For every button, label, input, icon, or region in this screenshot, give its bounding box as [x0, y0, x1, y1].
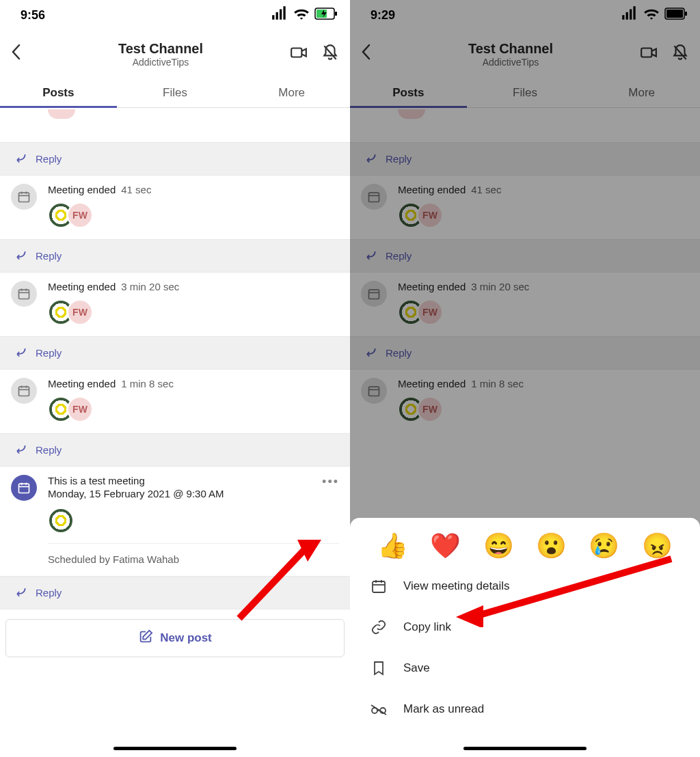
svg-rect-42 — [373, 581, 385, 592]
svg-rect-13 — [19, 290, 29, 299]
meeting-title: This is a test meeting — [48, 475, 224, 486]
reply-icon — [14, 585, 27, 601]
reply-icon — [14, 248, 27, 264]
reaction-sad[interactable]: 😢 — [589, 532, 619, 560]
save-item[interactable]: Save — [350, 648, 700, 689]
svg-rect-2 — [280, 9, 282, 19]
status-time: 9:56 — [21, 8, 45, 23]
meeting-ended-post[interactable]: Meeting ended 3 min 20 sec FW — [0, 281, 350, 336]
avatar-initials: FW — [67, 202, 93, 228]
post-duration: 41 sec — [121, 184, 151, 195]
header-title-block: Test Channel AddictiveTips — [31, 41, 290, 68]
home-indicator — [463, 747, 587, 750]
avatar — [48, 508, 74, 534]
menu-item-label: Copy link — [403, 620, 451, 634]
reply-button[interactable]: Reply — [0, 239, 350, 273]
scheduled-meeting-post[interactable]: This is a test meeting Monday, 15 Februa… — [0, 475, 350, 576]
post-text: Meeting ended — [48, 184, 116, 195]
meeting-date: Monday, 15 February 2021 @ 9:30 AM — [48, 488, 224, 499]
post-duration: 1 min 8 sec — [121, 378, 174, 389]
reaction-surprised[interactable]: 😮 — [536, 532, 567, 560]
partial-avatar — [48, 109, 75, 119]
post-duration: 3 min 20 sec — [121, 281, 179, 292]
back-button[interactable] — [11, 44, 31, 65]
svg-rect-1 — [276, 12, 278, 19]
new-post-label: New post — [160, 631, 212, 645]
new-post-button[interactable]: New post — [5, 619, 345, 657]
status-bar: 9:56 — [0, 0, 350, 30]
channel-header: Test Channel AddictiveTips — [0, 30, 350, 78]
meeting-ended-post[interactable]: Meeting ended 41 sec FW — [0, 184, 350, 239]
calendar-icon — [369, 578, 388, 594]
svg-rect-5 — [335, 12, 337, 16]
reply-icon — [14, 345, 27, 361]
post-text: Meeting ended — [48, 378, 116, 389]
svg-rect-0 — [272, 15, 274, 19]
reply-icon — [14, 442, 27, 458]
scheduled-by-label: Scheduled by Fatima Wahab — [48, 543, 339, 565]
left-screenshot: 9:56 Test Channel AddictiveTips — [0, 0, 350, 757]
glasses-icon — [369, 701, 388, 717]
reaction-heart[interactable]: ❤️ — [430, 532, 461, 560]
reply-label: Reply — [36, 250, 62, 262]
status-right — [271, 5, 338, 26]
view-meeting-details-item[interactable]: View meeting details — [350, 566, 700, 607]
tab-posts[interactable]: Posts — [0, 78, 117, 107]
reply-label: Reply — [36, 444, 62, 456]
more-options-button[interactable]: ••• — [322, 475, 339, 499]
reaction-thumbs-up[interactable]: 👍 — [377, 532, 408, 560]
menu-item-label: Mark as unread — [403, 702, 484, 716]
reply-icon — [14, 151, 27, 167]
reply-label: Reply — [36, 153, 62, 165]
avatar-initials: FW — [67, 299, 93, 325]
tab-bar: Posts Files More — [0, 78, 350, 108]
action-sheet: 👍 ❤️ 😄 😮 😢 😠 View meeting details Copy l… — [350, 518, 700, 757]
reaction-laugh[interactable]: 😄 — [483, 532, 514, 560]
reactions-row: 👍 ❤️ 😄 😮 😢 😠 — [350, 532, 700, 566]
bookmark-icon — [369, 660, 388, 676]
svg-rect-21 — [19, 484, 29, 493]
reaction-angry[interactable]: 😠 — [642, 532, 673, 560]
avatar-initials: FW — [67, 396, 93, 422]
reply-label: Reply — [36, 587, 62, 598]
reply-label: Reply — [36, 347, 62, 359]
right-screenshot: 9:29 Test Channel AddictiveTips — [350, 0, 700, 757]
tab-more[interactable]: More — [233, 78, 350, 107]
video-call-button[interactable] — [290, 44, 308, 64]
compose-icon — [138, 629, 153, 648]
menu-item-label: Save — [403, 661, 430, 675]
signal-icon — [271, 5, 288, 26]
svg-rect-3 — [283, 6, 285, 20]
meeting-ended-post[interactable]: Meeting ended 1 min 8 sec FW — [0, 378, 350, 433]
reply-button[interactable]: Reply — [0, 576, 350, 609]
tab-files[interactable]: Files — [117, 78, 234, 107]
copy-link-item[interactable]: Copy link — [350, 607, 700, 648]
svg-rect-7 — [291, 49, 301, 57]
link-icon — [369, 619, 388, 635]
channel-subtitle: AddictiveTips — [31, 57, 290, 68]
svg-rect-17 — [19, 387, 29, 396]
mute-button[interactable] — [321, 44, 339, 64]
post-text: Meeting ended — [48, 281, 116, 292]
calendar-icon — [11, 281, 37, 307]
menu-item-label: View meeting details — [403, 579, 510, 593]
svg-rect-9 — [19, 193, 29, 202]
posts-feed[interactable]: Reply Meeting ended 41 sec FW Reply — [0, 108, 350, 737]
wifi-icon — [293, 5, 310, 26]
calendar-icon — [11, 475, 37, 501]
calendar-icon — [11, 184, 37, 210]
channel-title: Test Channel — [31, 41, 290, 57]
calendar-icon — [11, 378, 37, 404]
reply-button[interactable]: Reply — [0, 142, 350, 176]
mark-unread-item[interactable]: Mark as unread — [350, 689, 700, 730]
reply-button[interactable]: Reply — [0, 336, 350, 370]
reply-button[interactable]: Reply — [0, 433, 350, 467]
home-indicator — [113, 747, 237, 750]
battery-charging-icon — [314, 8, 338, 23]
